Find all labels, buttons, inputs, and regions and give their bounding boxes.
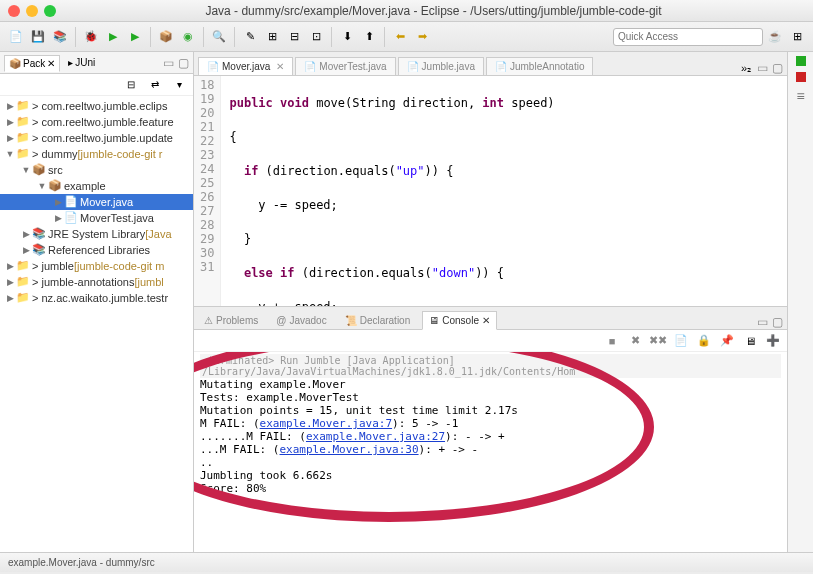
outdent-button[interactable]: ⊡: [306, 27, 326, 47]
coverage-indicator[interactable]: ≡: [796, 88, 804, 104]
editor-tab-mover[interactable]: 📄 Mover.java✕: [198, 57, 293, 75]
link-editor-icon[interactable]: ⇄: [145, 75, 165, 95]
clear-console-icon[interactable]: 📄: [671, 331, 691, 351]
new-button[interactable]: 📄: [6, 27, 26, 47]
console-link[interactable]: example.Mover.java:27: [306, 430, 445, 443]
bug-button[interactable]: 🐞: [81, 27, 101, 47]
display-console-icon[interactable]: 🖥: [740, 331, 760, 351]
more-tabs-chevron[interactable]: »₂: [737, 62, 755, 75]
status-text: example.Mover.java - dummy/src: [8, 557, 155, 568]
open-perspective-button[interactable]: ⊞: [787, 27, 807, 47]
minimize-window-button[interactable]: [26, 5, 38, 17]
package-explorer-tab[interactable]: 📦 Pack ✕: [4, 55, 60, 72]
main-toolbar: 📄 💾 📚 🐞 ▶ ▶ 📦 ◉ 🔍 ✎ ⊞ ⊟ ⊡ ⬇ ⬆ ⬅ ➡ ☕ ⊞: [0, 22, 813, 52]
toggle-comment-button[interactable]: ✎: [240, 27, 260, 47]
save-button[interactable]: 💾: [28, 27, 48, 47]
run-external-button[interactable]: ▶: [125, 27, 145, 47]
maximize-console-icon[interactable]: ▢: [772, 315, 783, 329]
terminate-icon[interactable]: ■: [602, 331, 622, 351]
code-content[interactable]: public void move(String direction, int s…: [221, 76, 562, 306]
view-menu-icon[interactable]: ▾: [169, 75, 189, 95]
save-all-button[interactable]: 📚: [50, 27, 70, 47]
remove-launch-icon[interactable]: ✖: [625, 331, 645, 351]
quick-access-input[interactable]: [613, 28, 763, 46]
open-type-button[interactable]: 🔍: [209, 27, 229, 47]
close-window-button[interactable]: [8, 5, 20, 17]
remove-all-launches-icon[interactable]: ✖✖: [648, 331, 668, 351]
editor-tab-jumble[interactable]: 📄 Jumble.java: [398, 57, 484, 75]
collapse-all-icon[interactable]: ⊟: [121, 75, 141, 95]
window-title: Java - dummy/src/example/Mover.java - Ec…: [62, 4, 805, 18]
open-console-icon[interactable]: ➕: [763, 331, 783, 351]
scroll-lock-icon[interactable]: 🔒: [694, 331, 714, 351]
code-editor[interactable]: 1819202122232425262728293031 public void…: [194, 76, 787, 306]
bottom-view-tabs: ⚠ Problems @ Javadoc 📜 Declaration 🖥 Con…: [194, 306, 787, 330]
minimize-view-icon[interactable]: ▭: [163, 56, 174, 70]
pin-console-icon[interactable]: 📌: [717, 331, 737, 351]
stop-indicator[interactable]: [796, 72, 806, 82]
forward-button[interactable]: ➡: [412, 27, 432, 47]
prev-annotation-button[interactable]: ⬆: [359, 27, 379, 47]
console-tab[interactable]: 🖥 Console ✕: [422, 311, 497, 330]
close-tab-icon[interactable]: ✕: [276, 61, 284, 72]
zoom-window-button[interactable]: [44, 5, 56, 17]
selected-file: ▶📄Mover.java: [0, 194, 193, 210]
junit-tab[interactable]: ▸ JUni: [64, 55, 99, 70]
indent-button[interactable]: ⊟: [284, 27, 304, 47]
run-button[interactable]: ▶: [103, 27, 123, 47]
new-class-button[interactable]: ◉: [178, 27, 198, 47]
minimize-console-icon[interactable]: ▭: [757, 315, 768, 329]
java-perspective-button[interactable]: ☕: [765, 27, 785, 47]
minimize-editor-icon[interactable]: ▭: [757, 61, 768, 75]
console-header: <terminated> Run Jumble [Java Applicatio…: [200, 354, 781, 378]
maximize-editor-icon[interactable]: ▢: [772, 61, 783, 75]
next-annotation-button[interactable]: ⬇: [337, 27, 357, 47]
console-output[interactable]: <terminated> Run Jumble [Java Applicatio…: [194, 352, 787, 552]
declaration-tab[interactable]: 📜 Declaration: [339, 312, 417, 329]
project-tree[interactable]: ▶📁> com.reeltwo.jumble.eclips ▶📁> com.re…: [0, 96, 193, 552]
trim-stack: ≡: [787, 52, 813, 552]
editor-tab-jumbleanno[interactable]: 📄 JumbleAnnotatio: [486, 57, 594, 75]
editor-tab-movertest[interactable]: 📄 MoverTest.java: [295, 57, 395, 75]
new-package-button[interactable]: 📦: [156, 27, 176, 47]
maximize-view-icon[interactable]: ▢: [178, 56, 189, 70]
javadoc-tab[interactable]: @ Javadoc: [270, 312, 332, 329]
console-link[interactable]: example.Mover.java:30: [279, 443, 418, 456]
title-bar: Java - dummy/src/example/Mover.java - Ec…: [0, 0, 813, 22]
package-explorer: 📦 Pack ✕ ▸ JUni ▭▢ ⊟ ⇄ ▾ ▶📁> com.reeltwo…: [0, 52, 194, 552]
run-indicator[interactable]: [796, 56, 806, 66]
editor-tabs: 📄 Mover.java✕ 📄 MoverTest.java 📄 Jumble.…: [194, 52, 787, 76]
console-toolbar: ■ ✖ ✖✖ 📄 🔒 📌 🖥 ➕: [194, 330, 787, 352]
back-button[interactable]: ⬅: [390, 27, 410, 47]
console-link[interactable]: example.Mover.java:7: [260, 417, 392, 430]
status-bar: example.Mover.java - dummy/src: [0, 552, 813, 572]
format-button[interactable]: ⊞: [262, 27, 282, 47]
problems-tab[interactable]: ⚠ Problems: [198, 312, 264, 329]
line-gutter: 1819202122232425262728293031: [194, 76, 221, 306]
